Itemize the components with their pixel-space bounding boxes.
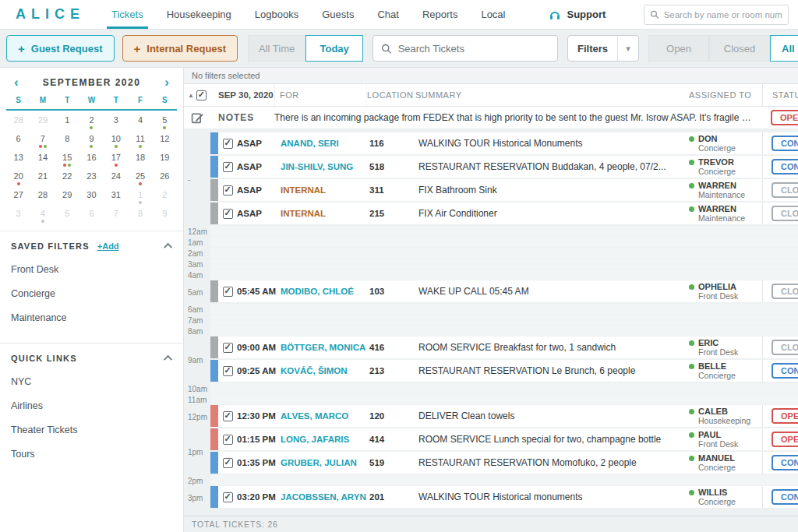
- status-badge[interactable]: CLOSED: [772, 340, 798, 355]
- calendar-day[interactable]: 5: [153, 115, 177, 134]
- status-filter-all[interactable]: All: [770, 35, 798, 62]
- checkbox-icon[interactable]: ✓: [223, 343, 233, 353]
- calendar-day[interactable]: 15: [55, 153, 79, 171]
- ticket-row[interactable]: ✓12:30 PMALVES, MARCO120DELIVER Clean to…: [210, 405, 798, 427]
- ticket-for[interactable]: GRUBER, JULIAN: [281, 458, 369, 467]
- status-badge[interactable]: CONFIRMED: [772, 489, 798, 505]
- calendar-day[interactable]: 16: [79, 153, 104, 171]
- calendar-day[interactable]: 29: [55, 190, 79, 209]
- calendar-day[interactable]: 30: [79, 190, 104, 209]
- column-header-assigned[interactable]: ASSIGNED TO: [689, 90, 762, 100]
- quick-link-item-tours[interactable]: Tours: [11, 449, 172, 460]
- notes-row[interactable]: NOTES There is an incoming package from …: [184, 107, 798, 129]
- ticket-row[interactable]: ✓ASAPINTERNAL215FIX Air ConditionerWARRE…: [210, 203, 798, 224]
- calendar-next-icon[interactable]: ›: [164, 76, 169, 89]
- calendar-day[interactable]: 6: [79, 209, 104, 227]
- calendar-day[interactable]: 8: [128, 209, 152, 227]
- support-button[interactable]: Support: [549, 9, 606, 21]
- nav-tab-guests[interactable]: Guests: [322, 0, 354, 29]
- ticket-for[interactable]: INTERNAL: [281, 185, 369, 195]
- ticket-for[interactable]: JACOBSSEN, ARYN: [281, 492, 369, 502]
- saved-filter-item-maintenance[interactable]: Maintenance: [11, 312, 172, 323]
- calendar-day[interactable]: 28: [30, 190, 55, 209]
- column-header-date[interactable]: SEP 30, 2020: [210, 90, 274, 100]
- guest-request-button[interactable]: + Guest Request: [6, 35, 115, 62]
- calendar-day[interactable]: 31: [104, 190, 128, 209]
- calendar-day[interactable]: 23: [79, 171, 104, 190]
- status-badge[interactable]: CLOSED: [772, 284, 798, 299]
- nav-tab-logbooks[interactable]: Logbooks: [255, 0, 298, 29]
- checkbox-icon[interactable]: ✓: [223, 411, 233, 421]
- ticket-row[interactable]: ✓ASAPJIN-SHILV, SUNG518RESTAURANT RESERV…: [210, 156, 798, 178]
- calendar-day[interactable]: 14: [30, 153, 55, 171]
- ticket-row[interactable]: ✓05:45 AMMODIBO, CHLOÉ103WAKE UP CALL 05…: [210, 280, 798, 302]
- quick-link-item-nyc[interactable]: NYC: [11, 376, 172, 387]
- status-filter-closed[interactable]: Closed: [709, 35, 770, 62]
- calendar-day[interactable]: 7: [30, 134, 55, 153]
- internal-request-button[interactable]: + Internal Request: [122, 35, 238, 62]
- ticket-row[interactable]: ✓09:00 AMBÖTTGER, MONICA416ROOM SERVICE …: [210, 336, 798, 358]
- status-badge[interactable]: OPEN: [772, 408, 798, 424]
- add-saved-filter-link[interactable]: +Add: [97, 241, 119, 251]
- select-all-checkbox[interactable]: ✓: [196, 90, 207, 100]
- nav-tab-reports[interactable]: Reports: [422, 0, 458, 29]
- calendar-day[interactable]: 28: [6, 115, 30, 134]
- nav-tab-chat[interactable]: Chat: [377, 0, 398, 29]
- status-badge[interactable]: CLOSED: [772, 182, 798, 198]
- ticket-for[interactable]: ANAND, SERI: [281, 139, 369, 148]
- status-badge[interactable]: CONFIRMED: [772, 136, 798, 151]
- calendar-day[interactable]: 3: [104, 115, 128, 134]
- ticket-for[interactable]: ALVES, MARCO: [281, 411, 369, 421]
- checkbox-icon[interactable]: ✓: [223, 209, 233, 219]
- sort-asc-icon[interactable]: ▲: [188, 92, 194, 99]
- ticket-for[interactable]: KOVÁČ, ŠIMON: [281, 366, 369, 375]
- time-range-today[interactable]: Today: [305, 35, 363, 62]
- calendar-day[interactable]: 20: [6, 171, 30, 190]
- nav-tab-local[interactable]: Local: [481, 0, 505, 29]
- ticket-for[interactable]: BÖTTGER, MONICA: [281, 343, 369, 352]
- calendar-day[interactable]: 2: [153, 190, 177, 209]
- calendar-day[interactable]: 1: [55, 115, 79, 134]
- filters-button[interactable]: Filters ▾: [567, 35, 639, 62]
- calendar-day[interactable]: 2: [79, 115, 104, 134]
- status-badge[interactable]: CONFIRMED: [772, 159, 798, 174]
- column-header-summary[interactable]: SUMMARY: [415, 90, 689, 100]
- calendar-day[interactable]: 13: [6, 153, 30, 171]
- calendar-day[interactable]: 5: [55, 209, 79, 227]
- group-collapse-toggle[interactable]: -: [184, 132, 210, 226]
- calendar-day[interactable]: 7: [104, 209, 128, 227]
- nav-tab-housekeeping[interactable]: Housekeeping: [167, 0, 231, 29]
- status-filter-open[interactable]: Open: [648, 35, 709, 62]
- ticket-row[interactable]: ✓01:35 PMGRUBER, JULIAN519RESTAURANT RES…: [210, 452, 798, 474]
- saved-filter-item-concierge[interactable]: Concierge: [11, 288, 172, 299]
- calendar-day[interactable]: 1: [128, 190, 152, 209]
- checkbox-icon[interactable]: ✓: [223, 366, 233, 376]
- calendar-day[interactable]: 11: [128, 134, 152, 153]
- checkbox-icon[interactable]: ✓: [223, 139, 233, 149]
- ticket-row[interactable]: ✓03:20 PMJACOBSSEN, ARYN201WALKING TOUR …: [210, 486, 798, 508]
- column-header-location[interactable]: LOCATION: [366, 84, 415, 106]
- calendar-day[interactable]: 6: [6, 134, 30, 153]
- status-badge[interactable]: OPEN: [771, 110, 798, 125]
- column-header-for[interactable]: FOR: [274, 84, 366, 106]
- nav-tab-tickets[interactable]: Tickets: [111, 0, 143, 29]
- saved-filter-item-front-desk[interactable]: Front Desk: [11, 264, 172, 275]
- ticket-for[interactable]: LONG, JAFARIS: [281, 435, 369, 444]
- calendar-day[interactable]: 9: [79, 134, 104, 153]
- calendar-day[interactable]: 21: [30, 171, 55, 190]
- checkbox-icon[interactable]: ✓: [223, 185, 233, 196]
- ticket-for[interactable]: JIN-SHILV, SUNG: [281, 162, 369, 171]
- column-header-status[interactable]: STATUS: [762, 84, 798, 106]
- calendar-day[interactable]: 3: [6, 209, 30, 227]
- ticket-row[interactable]: ✓09:25 AMKOVÁČ, ŠIMON213RESTAURANT RESER…: [210, 360, 798, 382]
- status-badge[interactable]: OPEN: [772, 432, 798, 447]
- chevron-up-icon[interactable]: [164, 243, 172, 252]
- calendar-day[interactable]: 27: [6, 190, 30, 209]
- status-badge[interactable]: CLOSED: [772, 206, 798, 221]
- calendar-day[interactable]: 24: [104, 171, 128, 190]
- calendar-day[interactable]: 4: [128, 115, 152, 134]
- calendar-prev-icon[interactable]: ‹: [14, 76, 19, 89]
- quick-link-item-airlines[interactable]: Airlines: [11, 400, 172, 411]
- calendar-day[interactable]: 17: [104, 153, 128, 171]
- status-badge[interactable]: CONFIRMED: [772, 363, 798, 379]
